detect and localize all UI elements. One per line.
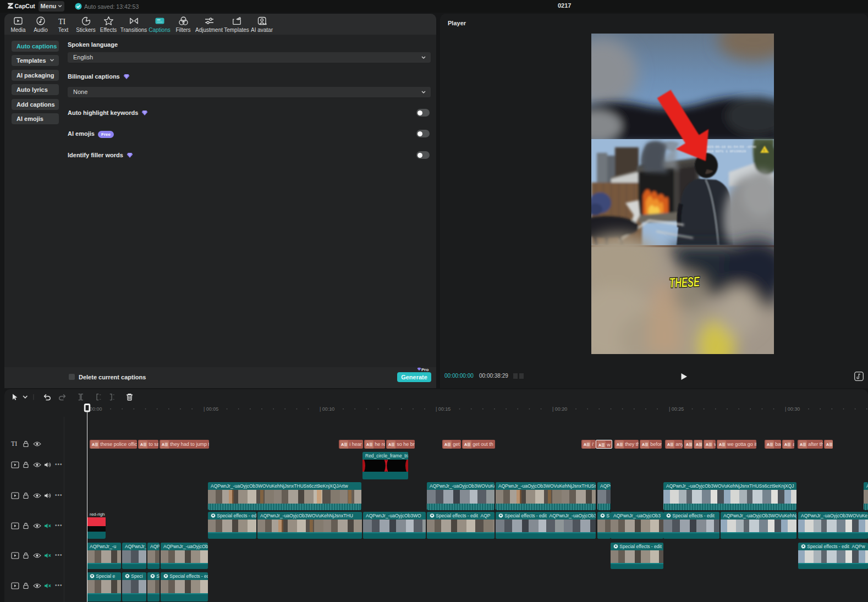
svg-text:| 00:05: | 00:05 (204, 406, 218, 412)
svg-text:2023-06-10 01:54:53 -0700: 2023-06-10 01:54:53 -0700 (705, 145, 756, 149)
svg-text:CapCut: CapCut (15, 3, 36, 9)
svg-text:0018 6071 1 0F136629: 0018 6071 1 0F136629 (705, 150, 746, 153)
svg-text:TI: TI (58, 18, 66, 26)
svg-text:| 00:15: | 00:15 (436, 406, 451, 412)
svg-text:!: ! (763, 148, 765, 152)
svg-text:THESE: THESE (669, 273, 700, 290)
svg-text:| 00:10: | 00:10 (320, 406, 334, 412)
svg-text:| 00:30: | 00:30 (785, 406, 800, 412)
svg-text:| 00:25: | 00:25 (669, 406, 684, 412)
svg-text:| 00:20: | 00:20 (552, 406, 567, 412)
svg-text:00:00: 00:00 (90, 406, 102, 412)
